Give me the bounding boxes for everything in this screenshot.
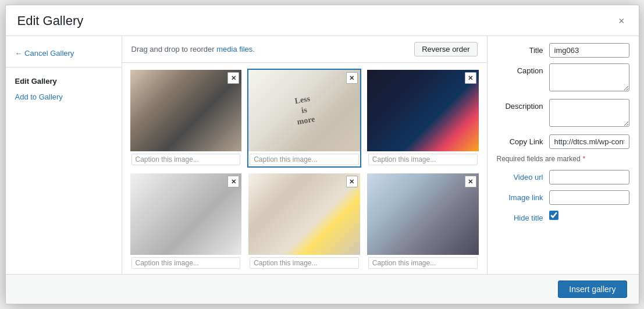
gallery-image[interactable] bbox=[248, 70, 360, 151]
right-panel-inner: Title Caption Description bbox=[488, 36, 639, 274]
hide-title-checkbox[interactable] bbox=[549, 211, 558, 220]
caption-input[interactable] bbox=[250, 154, 359, 165]
title-input[interactable] bbox=[549, 43, 629, 58]
image-link-field-row: Image link bbox=[497, 190, 629, 205]
description-input-wrap bbox=[549, 99, 629, 129]
image-link-label: Image link bbox=[497, 190, 549, 202]
gallery-caption bbox=[367, 255, 479, 270]
description-label: Description bbox=[497, 99, 549, 111]
right-panel: Title Caption Description bbox=[488, 36, 639, 274]
gallery-image[interactable] bbox=[367, 70, 479, 151]
caption-input[interactable] bbox=[368, 154, 478, 165]
reverse-order-button[interactable]: Reverse order bbox=[414, 42, 477, 56]
video-url-input[interactable] bbox=[549, 170, 629, 184]
gallery-item-selected: ✕ bbox=[247, 69, 361, 168]
gallery-item-inner: ✕ bbox=[130, 70, 242, 151]
required-notice: Required fields are marked* bbox=[497, 155, 629, 163]
gallery-item: ✕ bbox=[247, 172, 361, 271]
hide-title-label: Hide title bbox=[497, 211, 549, 222]
gallery-item-inner: ✕ bbox=[367, 173, 479, 255]
image-link-input-wrap bbox=[549, 190, 629, 205]
hint-period: . bbox=[252, 45, 255, 54]
modal-footer: Insert gallery bbox=[6, 274, 639, 304]
copy-link-input[interactable] bbox=[549, 134, 629, 149]
gallery-caption bbox=[130, 151, 242, 166]
gallery-item: ✕ bbox=[129, 69, 243, 168]
required-star: * bbox=[583, 155, 586, 163]
caption-input[interactable] bbox=[131, 154, 241, 165]
title-label: Title bbox=[497, 43, 549, 55]
gallery-caption bbox=[248, 151, 360, 166]
hide-title-checkbox-wrap bbox=[549, 211, 629, 220]
edit-gallery-modal: Edit Gallery × ← Cancel Gallery Edit Gal… bbox=[5, 5, 639, 304]
title-input-wrap bbox=[549, 43, 629, 58]
modal-header: Edit Gallery × bbox=[6, 5, 639, 36]
gallery-caption bbox=[130, 255, 242, 270]
remove-item-button[interactable]: ✕ bbox=[346, 72, 358, 84]
sidebar: ← Cancel Gallery Edit Gallery Add to Gal… bbox=[6, 36, 122, 274]
gallery-item-inner: ✕ bbox=[248, 70, 360, 151]
caption-input-wrap bbox=[549, 63, 629, 93]
edit-gallery-link[interactable]: Edit Gallery bbox=[6, 73, 122, 89]
copy-link-field-row: Copy Link bbox=[497, 134, 629, 149]
remove-item-button[interactable]: ✕ bbox=[227, 176, 239, 187]
caption-field-row: Caption bbox=[497, 63, 629, 93]
modal-title: Edit Gallery bbox=[17, 13, 84, 29]
gallery-item-inner: ✕ bbox=[367, 70, 479, 151]
gallery-item-inner: ✕ bbox=[248, 173, 360, 255]
remove-item-button[interactable]: ✕ bbox=[465, 72, 476, 84]
gallery-toolbar: Drag and drop to reorder media files. Re… bbox=[122, 36, 487, 63]
gallery-item: ✕ bbox=[366, 69, 480, 168]
hide-title-field-row: Hide title bbox=[497, 211, 629, 222]
copy-link-input-wrap bbox=[549, 134, 629, 149]
close-button[interactable]: × bbox=[616, 15, 627, 27]
title-field-row: Title bbox=[497, 43, 629, 58]
hint-text: Drag and drop to reorder bbox=[131, 45, 217, 54]
remove-item-button[interactable]: ✕ bbox=[346, 176, 358, 187]
remove-item-button[interactable]: ✕ bbox=[465, 176, 476, 187]
gallery-image[interactable] bbox=[367, 173, 479, 255]
caption-input[interactable] bbox=[250, 257, 359, 269]
modal-body: ← Cancel Gallery Edit Gallery Add to Gal… bbox=[6, 36, 639, 274]
gallery-image[interactable] bbox=[130, 173, 242, 255]
caption-input[interactable] bbox=[131, 257, 241, 269]
insert-gallery-button[interactable]: Insert gallery bbox=[558, 280, 627, 298]
gallery-grid: ✕ ✕ bbox=[129, 69, 480, 271]
gallery-item: ✕ bbox=[129, 172, 243, 271]
video-url-input-wrap bbox=[549, 170, 629, 184]
gallery-area: Drag and drop to reorder media files. Re… bbox=[122, 36, 488, 274]
gallery-hint: Drag and drop to reorder media files. bbox=[131, 45, 255, 54]
caption-textarea[interactable] bbox=[549, 63, 629, 91]
hide-title-input-wrap bbox=[549, 211, 629, 220]
add-to-gallery-link[interactable]: Add to Gallery bbox=[6, 89, 122, 105]
copy-link-label: Copy Link bbox=[497, 134, 549, 146]
remove-item-button[interactable]: ✕ bbox=[227, 72, 239, 84]
video-url-field-row: Video url bbox=[497, 170, 629, 184]
image-link-input[interactable] bbox=[549, 190, 629, 205]
gallery-grid-container: ✕ ✕ bbox=[122, 63, 487, 274]
sidebar-divider bbox=[6, 67, 122, 68]
caption-label: Caption bbox=[497, 63, 549, 75]
required-notice-text: Required fields are marked bbox=[497, 155, 581, 163]
media-files-link[interactable]: media files bbox=[216, 45, 252, 54]
description-textarea[interactable] bbox=[549, 99, 629, 127]
gallery-caption bbox=[367, 151, 479, 166]
gallery-item-inner: ✕ bbox=[130, 173, 242, 255]
gallery-caption bbox=[248, 255, 360, 270]
gallery-item: ✕ bbox=[366, 172, 480, 271]
gallery-image[interactable] bbox=[248, 173, 360, 255]
description-field-row: Description bbox=[497, 99, 629, 129]
cancel-gallery-link[interactable]: ← Cancel Gallery bbox=[6, 45, 122, 61]
video-url-label: Video url bbox=[497, 170, 549, 182]
caption-input[interactable] bbox=[368, 257, 478, 269]
gallery-image[interactable] bbox=[130, 70, 242, 151]
